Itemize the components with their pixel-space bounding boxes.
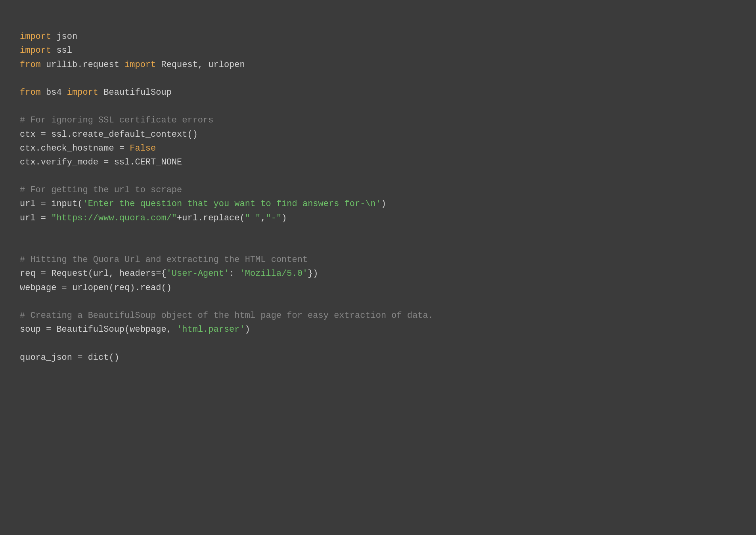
code-token: urllib.request <box>41 60 124 70</box>
code-line <box>20 99 736 113</box>
code-token: url = <box>20 213 51 223</box>
code-line: quora_json = dict() <box>20 351 736 365</box>
code-token: json <box>51 32 77 42</box>
code-line <box>20 169 736 183</box>
comment-text: # Hitting the Quora Url and extracting t… <box>20 255 308 265</box>
code-token: ) <box>245 325 250 334</box>
code-token: ctx.check_hostname = <box>20 143 130 153</box>
code-token: webpage = urlopen(req).read() <box>20 283 172 293</box>
code-token: BeautifulSoup <box>98 88 172 97</box>
code-line: # For ignoring SSL certificate errors <box>20 113 736 127</box>
code-token: ctx = ssl.create_default_context() <box>20 130 198 139</box>
code-token: bs4 <box>41 88 67 97</box>
code-token: False <box>130 143 156 153</box>
comment-text: # Creating a BeautifulSoup object of the… <box>20 311 433 321</box>
code-token: }) <box>308 269 318 279</box>
code-line <box>20 295 736 309</box>
code-line <box>20 336 736 350</box>
code-line: url = "https://www.quora.com/"+url.repla… <box>20 211 736 225</box>
code-line: webpage = urlopen(req).read() <box>20 281 736 295</box>
code-token: from <box>20 88 41 97</box>
code-token: 'html.parser' <box>177 325 245 334</box>
code-line: # Hitting the Quora Url and extracting t… <box>20 253 736 267</box>
code-line <box>20 225 736 239</box>
code-token: import <box>20 46 51 55</box>
code-line <box>20 239 736 253</box>
code-token: req = Request(url, headers={ <box>20 269 167 279</box>
code-line: ctx.verify_mode = ssl.CERT_NONE <box>20 155 736 169</box>
code-line <box>20 72 736 86</box>
code-line: # Creating a BeautifulSoup object of the… <box>20 309 736 323</box>
code-token: ssl <box>51 46 72 55</box>
code-line: ctx.check_hostname = False <box>20 141 736 155</box>
comment-text: # For getting the url to scrape <box>20 185 182 195</box>
code-token: +url.replace( <box>177 213 245 223</box>
code-token: " " <box>245 213 261 223</box>
code-token: quora_json = dict() <box>20 353 119 363</box>
code-line: import ssl <box>20 44 736 57</box>
code-line: from bs4 import BeautifulSoup <box>20 86 736 99</box>
code-token: Request, urlopen <box>156 60 245 70</box>
comment-text: # For ignoring SSL certificate errors <box>20 115 213 125</box>
code-token: "https://www.quora.com/" <box>51 213 177 223</box>
code-token: url = input( <box>20 199 82 209</box>
code-line: import json <box>20 30 736 44</box>
code-line: # For getting the url to scrape <box>20 183 736 197</box>
code-line: from urllib.request import Request, urlo… <box>20 58 736 72</box>
code-token: "-" <box>266 213 282 223</box>
code-editor: import jsonimport sslfrom urllib.request… <box>20 16 736 365</box>
code-token: 'Mozilla/5.0' <box>240 269 308 279</box>
code-token: soup = BeautifulSoup(webpage, <box>20 325 177 334</box>
code-token: import <box>124 60 156 70</box>
code-token: 'User-Agent' <box>167 269 229 279</box>
code-token: import <box>20 32 51 42</box>
code-token: 'Enter the question that you want to fin… <box>82 199 381 209</box>
code-line: url = input('Enter the question that you… <box>20 197 736 211</box>
code-token: : <box>229 269 239 279</box>
code-line: req = Request(url, headers={'User-Agent'… <box>20 267 736 281</box>
code-token: ) <box>381 199 386 209</box>
code-token: import <box>67 88 98 97</box>
code-token: ctx.verify_mode = ssl.CERT_NONE <box>20 157 182 167</box>
code-token: , <box>260 213 266 223</box>
code-token: ) <box>281 213 287 223</box>
code-line: soup = BeautifulSoup(webpage, 'html.pars… <box>20 323 736 336</box>
code-token: from <box>20 60 41 70</box>
code-line: ctx = ssl.create_default_context() <box>20 128 736 141</box>
